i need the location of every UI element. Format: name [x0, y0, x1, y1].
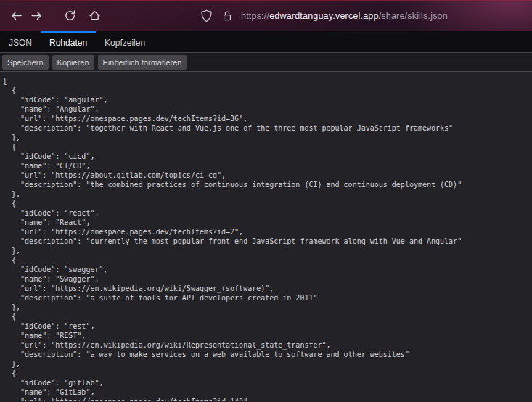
back-arrow-icon — [10, 9, 22, 22]
url-scheme: https:// — [241, 11, 269, 21]
reload-button[interactable] — [60, 6, 80, 26]
forward-button[interactable] — [26, 6, 46, 26]
tab-rohdaten[interactable]: Rohdaten — [41, 31, 96, 52]
forward-arrow-icon — [30, 9, 43, 22]
url-domain: edwardtanguay.vercel.app — [269, 11, 379, 21]
home-icon — [89, 9, 101, 22]
tab-rohdaten-label: Rohdaten — [49, 38, 87, 48]
tab-kopfzeilen-label: Kopfzeilen — [105, 38, 145, 48]
raw-json-content[interactable]: [ { "idCode": "angular", "name": "Angula… — [0, 72, 532, 401]
save-button[interactable]: Speichern — [2, 55, 49, 70]
home-button[interactable] — [84, 6, 105, 26]
url-text: https://edwardtanguay.vercel.app/share/s… — [241, 11, 448, 21]
tab-json-label: JSON — [9, 38, 32, 48]
reload-icon — [64, 9, 76, 22]
raw-data-actionbar: Speichern Kopieren Einheitlich formatier… — [0, 53, 532, 72]
browser-toolbar: https://edwardtanguay.vercel.app/share/s… — [0, 0, 532, 31]
lock-icon[interactable] — [222, 10, 232, 22]
tab-json[interactable]: JSON — [0, 31, 41, 52]
json-viewer-tabbar: JSON Rohdaten Kopfzeilen — [0, 31, 532, 53]
pretty-print-button[interactable]: Einheitlich formatieren — [98, 55, 187, 70]
copy-button[interactable]: Kopieren — [52, 55, 94, 70]
tab-kopfzeilen[interactable]: Kopfzeilen — [96, 31, 154, 52]
url-path: /share/skills.json — [379, 11, 448, 21]
back-button[interactable] — [6, 6, 26, 26]
tracking-protection-shield-icon[interactable] — [200, 9, 213, 22]
browser-window: https://edwardtanguay.vercel.app/share/s… — [0, 0, 532, 401]
address-bar[interactable]: https://edwardtanguay.vercel.app/share/s… — [200, 0, 448, 31]
